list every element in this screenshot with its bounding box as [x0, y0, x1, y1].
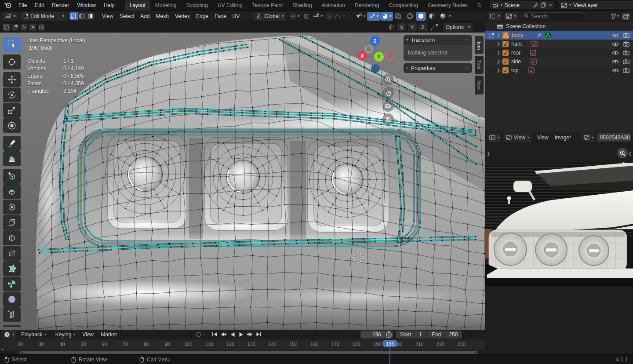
- overlays-toggle[interactable]: ▾: [380, 12, 393, 21]
- zoom-button[interactable]: [382, 74, 394, 85]
- image-name-field[interactable]: 0502543A30: [597, 133, 631, 142]
- pivot-point-button[interactable]: ▾: [288, 12, 301, 21]
- scrollbar-handle-right[interactable]: [474, 352, 476, 353]
- tool-spin[interactable]: [3, 277, 21, 291]
- object-name[interactable]: rear: [510, 50, 520, 56]
- select-new-button[interactable]: [3, 24, 10, 31]
- outliner-row-top[interactable]: ❯top: [485, 66, 633, 75]
- mirror-x-button[interactable]: X: [397, 23, 406, 31]
- viewport-menu-face[interactable]: Face: [211, 13, 229, 19]
- mode-selector[interactable]: Edit Mode ▾: [20, 12, 67, 21]
- jump-to-start-button[interactable]: [211, 331, 219, 338]
- panel-grip-icon[interactable]: ∷∷: [462, 38, 469, 43]
- workspace-tab-layout[interactable]: Layout: [125, 0, 150, 11]
- object-name[interactable]: side: [510, 58, 521, 65]
- region-expand-icon[interactable]: ❯: [487, 151, 490, 156]
- close-icon[interactable]: ✕: [549, 3, 552, 7]
- tool-transform[interactable]: [3, 118, 21, 133]
- transform-orientation[interactable]: Global ▾: [253, 12, 286, 21]
- scene-selector[interactable]: ▾ Scene ✕: [490, 1, 554, 9]
- workspace-tab-geometry-nodes[interactable]: Geometry Nodes: [423, 0, 473, 11]
- workspace-tab-uv-editing[interactable]: UV Editing: [213, 0, 247, 11]
- hide-eye-icon[interactable]: [612, 59, 619, 64]
- outliner-editor-type-button[interactable]: ▾: [488, 12, 502, 21]
- start-frame-field[interactable]: Start1: [396, 331, 426, 339]
- render-camera-icon[interactable]: [623, 68, 629, 73]
- tool-shrink-fatten[interactable]: [3, 325, 21, 327]
- tool-scale[interactable]: [3, 103, 21, 118]
- hide-eye-icon[interactable]: [612, 33, 619, 38]
- region-collapse-icon[interactable]: ❮: [629, 151, 632, 156]
- workspace-tab-texture-paint[interactable]: Texture Paint: [247, 0, 288, 11]
- timeline-menu-view[interactable]: View: [79, 331, 97, 338]
- navigation-gizmo[interactable]: Z X Y: [354, 35, 398, 79]
- image-editor-type-button[interactable]: ▾: [487, 133, 501, 142]
- pin-icon[interactable]: [533, 3, 538, 8]
- image-editor-menu-image[interactable]: Image*: [552, 135, 575, 141]
- perspective-toggle-button[interactable]: [382, 113, 394, 125]
- properties-panel-header[interactable]: ▸ Properties ∷∷: [404, 63, 472, 73]
- expand-icon[interactable]: ❯: [496, 51, 501, 55]
- workspace-tab-s[interactable]: S: [473, 0, 486, 11]
- topbar-menu-render[interactable]: Render: [48, 2, 73, 8]
- pan-button[interactable]: [382, 87, 394, 98]
- image-zoom-button[interactable]: [617, 148, 628, 158]
- expand-icon[interactable]: ❯: [496, 42, 501, 46]
- object-name[interactable]: body: [511, 32, 523, 38]
- vertex-select-button[interactable]: [69, 12, 78, 20]
- play-button[interactable]: [237, 331, 245, 338]
- scrollbar-thumb[interactable]: [19, 351, 477, 354]
- expand-icon[interactable]: ❯: [496, 59, 501, 64]
- mirror-z-button[interactable]: Z: [418, 23, 427, 31]
- outliner-row-scene-collection[interactable]: Scene Collection: [485, 22, 633, 31]
- workspace-tab-rendering[interactable]: Rendering: [350, 0, 384, 11]
- topbar-menu-help[interactable]: Help: [100, 2, 119, 8]
- end-frame-field[interactable]: End250: [427, 331, 462, 339]
- timeline-menu-playback[interactable]: Playback ▾: [18, 331, 50, 339]
- viewport-menu-vertex[interactable]: Vertex: [172, 13, 193, 19]
- tool-rotate[interactable]: [3, 87, 21, 102]
- timeline-menu-marker[interactable]: Marker: [97, 331, 120, 338]
- image-datablock-button[interactable]: ▾: [582, 133, 595, 142]
- viewport-menu-add[interactable]: Add: [137, 13, 153, 19]
- tool-inset-faces[interactable]: [3, 200, 21, 215]
- workspace-tab-compositing[interactable]: Compositing: [384, 0, 423, 11]
- proportional-editing-toggle[interactable]: ▾: [324, 12, 346, 21]
- duplicate-icon[interactable]: [541, 2, 546, 8]
- show-gizmo-dropdown[interactable]: ▾: [353, 12, 367, 21]
- viewport-menu-mesh[interactable]: Mesh: [153, 13, 172, 19]
- sidebar-tab-tool[interactable]: Tool: [475, 56, 484, 73]
- select-invert-button[interactable]: [29, 24, 36, 31]
- timeline-editor-type-button[interactable]: ▾: [2, 330, 16, 339]
- search-input[interactable]: [531, 13, 575, 19]
- previous-keyframe-button[interactable]: [220, 331, 228, 338]
- timeline-ruler[interactable]: 2030405060708090100110120130140150160170…: [0, 339, 485, 350]
- viewport-menu-select[interactable]: Select: [116, 13, 137, 19]
- viewport-menu-uv[interactable]: UV: [229, 13, 243, 19]
- object-name[interactable]: top: [510, 67, 519, 73]
- options-dropdown[interactable]: Options ▾: [443, 23, 473, 32]
- hide-eye-icon[interactable]: [612, 42, 619, 47]
- playhead[interactable]: 196: [382, 340, 397, 347]
- jump-to-end-button[interactable]: [255, 331, 263, 338]
- tool-add-cube[interactable]: [3, 169, 21, 184]
- tool-loop-cut[interactable]: [3, 230, 21, 245]
- expand-icon[interactable]: ❯: [496, 68, 501, 73]
- filter-dropdown[interactable]: ▾: [611, 14, 619, 19]
- tool-cursor[interactable]: [3, 55, 21, 69]
- next-keyframe-button[interactable]: [246, 331, 254, 338]
- viewlayer-selector[interactable]: ▾ ViewLayer ✕: [559, 1, 633, 9]
- render-camera-icon[interactable]: [623, 33, 629, 38]
- xray-toggle[interactable]: [393, 12, 403, 21]
- snap-toggle[interactable]: [301, 12, 311, 21]
- image-editor-menu-view[interactable]: View: [534, 135, 552, 141]
- timeline-menu-keying[interactable]: Keying ▾: [52, 331, 79, 339]
- tool-poly-build[interactable]: [3, 261, 21, 276]
- transform-panel-header[interactable]: ▾ Transform ∷∷: [404, 35, 472, 45]
- sidebar-tab-item[interactable]: Item: [475, 36, 484, 54]
- hide-eye-icon[interactable]: [612, 68, 619, 73]
- topbar-menu-window[interactable]: Window: [73, 2, 100, 8]
- object-name[interactable]: frant: [510, 41, 522, 47]
- tool-move[interactable]: [3, 72, 21, 87]
- select-intersect-button[interactable]: [38, 24, 45, 31]
